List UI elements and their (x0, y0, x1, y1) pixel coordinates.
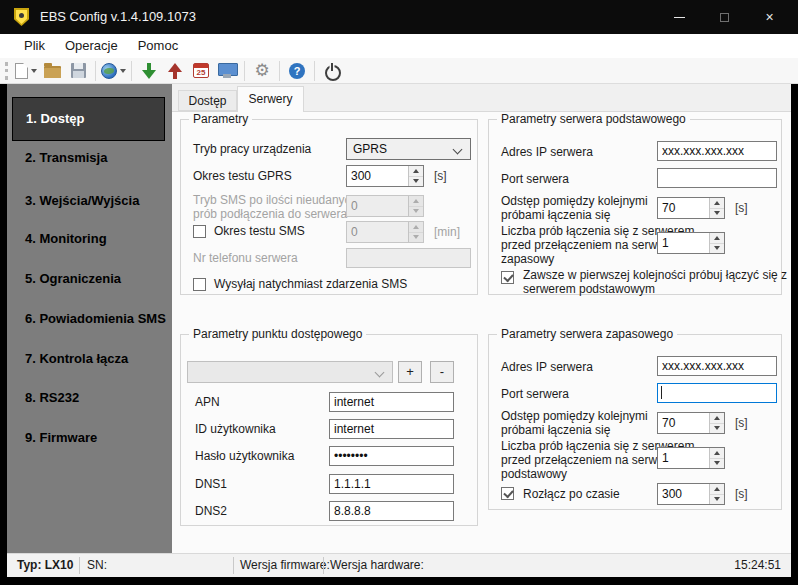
open-folder-button[interactable] (40, 59, 64, 83)
tab-serwery[interactable]: Serwery (237, 86, 304, 112)
calendar-button[interactable]: 25 (189, 59, 213, 83)
sidebar-item-dostep[interactable]: 1. Dostęp (12, 97, 165, 141)
okres-sms-label: Okres testu SMS (214, 224, 305, 238)
arrow-up-icon (168, 63, 182, 79)
power-icon (324, 63, 340, 79)
spin-down-icon[interactable] (710, 423, 724, 434)
spin-down-icon[interactable] (710, 243, 724, 254)
spin-up-icon (409, 196, 423, 206)
okres-gprs-unit: [s] (434, 169, 447, 183)
monitor-button[interactable] (215, 59, 239, 83)
toolbar-grip (5, 62, 8, 80)
tab-page-serwery: Parametry Tryb pracy urządzenia GPRS Okr… (172, 111, 791, 553)
port-input-focused[interactable] (657, 383, 777, 403)
app-window: EBS Config v.1.4.109.1073 × Plik Operacj… (0, 0, 798, 585)
status-firmware-version: Wersja firmware: (240, 554, 330, 577)
spin-down-icon[interactable] (710, 458, 724, 469)
odstep-spinner[interactable]: 70 (657, 197, 725, 219)
spin-up-icon (409, 222, 423, 232)
adres-ip-input[interactable] (657, 141, 777, 161)
sidebar-item-ograniczenia[interactable]: 5. Ograniczenia (25, 271, 121, 286)
id-uzytkownika-label: ID użytkownika (195, 422, 276, 436)
liczba-spinner[interactable]: 1 (657, 232, 725, 254)
spin-up-icon[interactable] (710, 448, 724, 458)
tryb-sms-label-line2: prób podłączenia do serwera (193, 207, 347, 221)
status-clock: 15:24:51 (734, 554, 781, 577)
help-button[interactable]: ? (285, 59, 309, 83)
tab-dostep[interactable]: Dostęp (178, 90, 237, 111)
menu-pomoc[interactable]: Pomoc (128, 34, 188, 58)
haslo-input[interactable] (329, 446, 454, 466)
dns1-input[interactable] (329, 474, 454, 494)
group-title: Parametry serwera zapasowego (497, 327, 677, 341)
minimize-button[interactable] (657, 0, 702, 34)
spin-up-icon[interactable] (710, 413, 724, 423)
dns2-label: DNS2 (195, 504, 227, 518)
tryb-pracy-label: Tryb pracy urządzenia (193, 142, 311, 156)
save-floppy-icon (71, 63, 86, 78)
id-uzytkownika-input[interactable] (329, 419, 454, 439)
port-label: Port serwera (501, 172, 569, 186)
settings-button[interactable]: ⚙ (250, 59, 274, 83)
liczba-spinner[interactable]: 1 (657, 447, 725, 469)
sidebar-item-powiadomienia-sms[interactable]: 6. Powiadomienia SMS (25, 311, 166, 326)
sidebar-item-transmisja[interactable]: 2. Transmisja (25, 150, 107, 165)
spin-up-icon[interactable] (710, 233, 724, 243)
sidebar-item-rs232[interactable]: 8. RS232 (25, 390, 79, 405)
liczba-label-line2: przed przełączeniem na serwer (501, 453, 668, 467)
network-globe-icon (101, 63, 117, 79)
status-separator (233, 557, 234, 574)
read-device-button[interactable] (137, 59, 161, 83)
haslo-label: Hasło użytkownika (195, 449, 294, 463)
wysylaj-label: Wysyłaj natychmiast zdarzenia SMS (214, 277, 407, 291)
toolbar-separator (279, 61, 280, 81)
status-bar: Typ: LX10 SN: Wersja firmware: Wersja ha… (7, 553, 791, 577)
apn-input[interactable] (329, 392, 454, 412)
zawsze-label-line1: Zawsze w pierwszej kolejności próbuj łąc… (523, 268, 787, 282)
rozlacz-checkbox[interactable] (501, 487, 514, 500)
port-input[interactable] (657, 168, 777, 188)
add-profile-button[interactable]: + (398, 361, 422, 383)
nr-telefonu-input (346, 248, 471, 268)
minimize-icon (674, 17, 685, 18)
zawsze-checkbox[interactable] (501, 271, 514, 284)
sidebar-item-monitoring[interactable]: 4. Monitoring (25, 231, 107, 246)
sidebar-item-wejscia-wyjscia[interactable]: 3. Wejścia/Wyjścia (25, 193, 139, 208)
spin-up-icon[interactable] (710, 198, 724, 208)
open-folder-icon (44, 66, 61, 78)
power-button[interactable] (320, 59, 344, 83)
toolbar-separator (131, 61, 132, 81)
group-title: Parametry (189, 112, 252, 126)
title-bar: EBS Config v.1.4.109.1073 × (0, 0, 798, 34)
okres-gprs-spinner[interactable]: 300 (346, 165, 424, 187)
spin-down-icon[interactable] (409, 176, 423, 187)
odstep-spinner[interactable]: 70 (657, 412, 725, 434)
group-title: Parametry serwera podstawowego (497, 112, 690, 126)
port-label: Port serwera (501, 387, 569, 401)
rozlacz-spinner[interactable]: 300 (657, 483, 725, 505)
close-button[interactable]: × (747, 0, 792, 34)
dns2-input[interactable] (329, 501, 454, 521)
odstep-unit: [s] (735, 416, 748, 430)
sidebar-item-kontrola-lacza[interactable]: 7. Kontrola łącza (25, 351, 128, 366)
okres-sms-checkbox[interactable] (193, 225, 206, 238)
new-file-button[interactable] (14, 59, 38, 83)
group-parametry: Parametry Tryb pracy urządzenia GPRS Okr… (180, 119, 478, 295)
adres-ip-input[interactable] (657, 356, 777, 376)
spin-up-icon[interactable] (409, 166, 423, 176)
network-button[interactable] (101, 59, 126, 83)
write-device-button[interactable] (163, 59, 187, 83)
spin-down-icon[interactable] (710, 494, 724, 505)
spin-up-icon[interactable] (710, 484, 724, 494)
odstep-label-line2: próbami łączenia się (501, 208, 610, 222)
wysylaj-checkbox[interactable] (193, 278, 206, 291)
save-button[interactable] (66, 59, 90, 83)
maximize-button[interactable] (702, 0, 747, 34)
remove-profile-button[interactable]: - (430, 361, 454, 383)
spin-down-icon[interactable] (710, 208, 724, 219)
tryb-pracy-combobox[interactable]: GPRS (346, 138, 471, 160)
menu-operacje[interactable]: Operacje (55, 34, 128, 58)
menu-plik[interactable]: Plik (14, 34, 55, 58)
sidebar-item-firmware[interactable]: 9. Firmware (25, 430, 97, 445)
text-caret (661, 386, 662, 399)
